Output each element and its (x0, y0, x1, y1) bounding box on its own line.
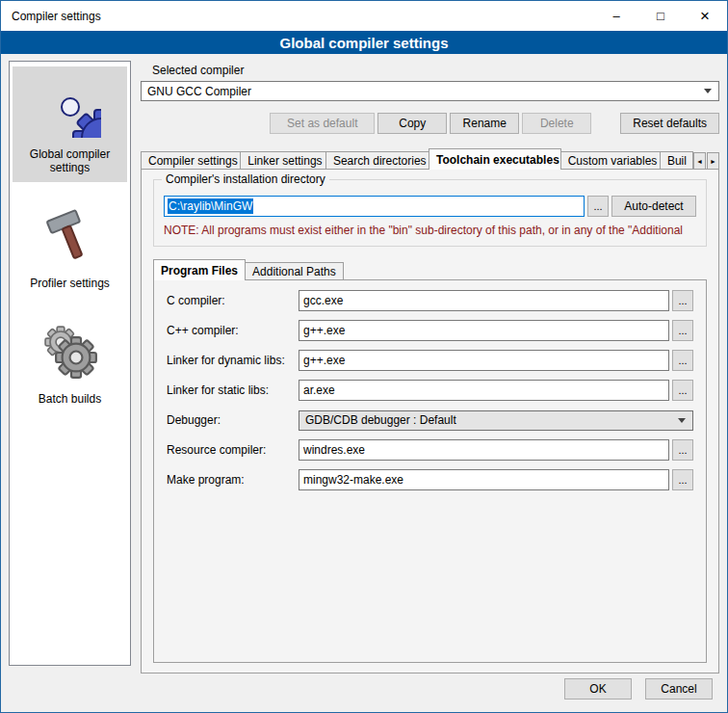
field-label: Resource compiler: (167, 443, 296, 457)
main-panel: Selected compiler GNU GCC Compiler Set a… (141, 61, 719, 673)
tab-linker-settings[interactable]: Linker settings (240, 151, 326, 170)
field-row-cpp-compiler: C++ compiler: ... (167, 320, 693, 341)
field-row-resource-compiler: Resource compiler: ... (167, 439, 693, 461)
maximize-button[interactable]: □ (638, 1, 683, 31)
debugger-select-value: GDB/CDB debugger : Default (305, 413, 456, 427)
browse-directory-button[interactable]: ... (587, 196, 609, 217)
ok-button[interactable]: OK (564, 678, 632, 700)
profiler-hammer-icon (39, 205, 101, 267)
compiler-settings-dialog: Compiler settings – □ × Global compiler … (0, 0, 728, 713)
sidebar-item-label: Batch builds (39, 392, 101, 406)
auto-detect-button[interactable]: Auto-detect (611, 196, 696, 217)
browse-button[interactable]: ... (672, 350, 693, 371)
static-libs-linker-input[interactable] (299, 380, 669, 401)
c-compiler-input[interactable] (299, 290, 669, 311)
dialog-content: Global compiler settings Profiler settin… (1, 54, 727, 673)
toolchain-subtabbar: Program Files Additional Paths (153, 259, 707, 280)
field-row-make-program: Make program: ... (167, 469, 693, 490)
installation-directory-groupbox: Compiler's installation directory C:\ray… (153, 179, 707, 247)
sidebar-item-batch-builds[interactable]: Batch builds (13, 311, 127, 413)
toolchain-executables-panel: Compiler's installation directory C:\ray… (141, 169, 719, 673)
compiler-buttons-row: Set as default Copy Rename Delete Reset … (141, 113, 719, 134)
browse-button[interactable]: ... (672, 290, 693, 311)
selected-compiler-label: Selected compiler (152, 64, 719, 77)
program-files-panel: C compiler: ... C++ compiler: ... Linker… (153, 279, 707, 663)
cancel-button[interactable]: Cancel (645, 678, 713, 700)
settings-tabbar: Compiler settings Linker settings Search… (141, 148, 719, 170)
installation-directory-row: C:\raylib\MinGW ... Auto-detect (164, 196, 696, 217)
browse-button[interactable]: ... (672, 380, 693, 401)
field-row-dynamic-linker: Linker for dynamic libs: ... (167, 350, 693, 371)
groupbox-title: Compiler's installation directory (162, 172, 329, 186)
chevron-down-icon (704, 89, 712, 93)
browse-button[interactable]: ... (672, 469, 693, 490)
sidebar-item-profiler-settings[interactable]: Profiler settings (13, 196, 127, 298)
field-label: Linker for dynamic libs: (167, 354, 296, 367)
field-row-debugger: Debugger: GDB/CDB debugger : Default (167, 409, 693, 431)
browse-button[interactable]: ... (672, 320, 693, 341)
tab-scroll-left-icon[interactable]: ◄ (693, 152, 706, 170)
tab-toolchain-executables[interactable]: Toolchain executables (429, 148, 561, 170)
field-label: Debugger: (167, 413, 296, 427)
settings-sidebar: Global compiler settings Profiler settin… (9, 61, 131, 666)
tab-custom-variables[interactable]: Custom variables (560, 151, 661, 170)
field-row-static-linker: Linker for static libs: ... (167, 380, 693, 401)
compiler-select[interactable]: GNU GCC Compiler (141, 81, 719, 101)
reset-defaults-button[interactable]: Reset defaults (620, 113, 719, 134)
sidebar-item-global-compiler-settings[interactable]: Global compiler settings (13, 66, 127, 182)
chevron-down-icon (678, 418, 686, 423)
close-button[interactable]: × (683, 1, 727, 31)
dialog-header: Global compiler settings (1, 31, 727, 54)
delete-button[interactable]: Delete (522, 113, 591, 134)
field-label: Linker for static libs: (167, 383, 296, 397)
sidebar-item-label: Global compiler settings (14, 147, 125, 174)
tab-scroll-right-icon[interactable]: ► (707, 152, 719, 170)
selected-text: C:\raylib\MinGW (168, 198, 253, 214)
set-as-default-button[interactable]: Set as default (270, 113, 375, 134)
resource-compiler-input[interactable] (299, 439, 669, 461)
sidebar-item-label: Profiler settings (30, 277, 110, 290)
window-title: Compiler settings (1, 1, 594, 31)
dynamic-libs-linker-input[interactable] (299, 350, 669, 371)
titlebar: Compiler settings – □ × (1, 1, 727, 31)
field-label: C++ compiler: (167, 324, 296, 337)
tab-compiler-settings[interactable]: Compiler settings (141, 151, 241, 170)
compiler-select-value: GNU GCC Compiler (147, 85, 251, 98)
subtab-additional-paths[interactable]: Additional Paths (245, 262, 344, 280)
rename-button[interactable]: Rename (450, 113, 519, 134)
field-label: C compiler: (167, 294, 296, 307)
bin-subdirectory-note: NOTE: All programs must exist either in … (164, 224, 696, 237)
installation-directory-input[interactable]: C:\raylib\MinGW (164, 196, 585, 217)
field-label: Make program: (167, 473, 296, 487)
make-program-input[interactable] (299, 469, 669, 490)
field-row-c-compiler: C compiler: ... (167, 290, 693, 311)
browse-button[interactable]: ... (672, 439, 693, 461)
dialog-footer: OK Cancel (1, 673, 727, 712)
tab-search-directories[interactable]: Search directories (325, 151, 429, 170)
tab-scroll-arrows: ◄ ► (692, 152, 719, 170)
copy-button[interactable]: Copy (377, 113, 447, 134)
blue-gear-icon (39, 76, 101, 138)
gray-gears-icon (39, 321, 101, 383)
debugger-select[interactable]: GDB/CDB debugger : Default (299, 410, 693, 431)
cpp-compiler-input[interactable] (299, 320, 669, 341)
tab-build-options[interactable]: Buil (660, 151, 693, 170)
subtab-program-files[interactable]: Program Files (153, 259, 246, 280)
minimize-button[interactable]: – (594, 1, 638, 31)
